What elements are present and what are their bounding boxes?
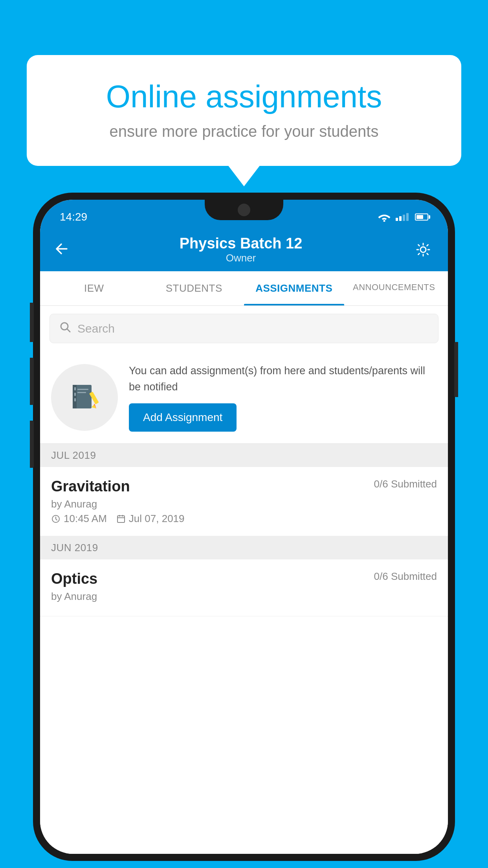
phone-vol-down-button — [30, 421, 34, 468]
month-label-jun: JUN 2019 — [51, 542, 437, 554]
svg-point-1 — [420, 247, 426, 252]
search-icon — [59, 321, 71, 336]
phone-frame: 14:29 — [33, 193, 455, 861]
signal-icon — [396, 213, 409, 221]
speech-bubble-card: Online assignments ensure more practice … — [27, 55, 461, 166]
assignment-submitted-gravitation: 0/6 Submitted — [374, 478, 437, 490]
notebook-icon — [69, 382, 100, 413]
front-camera — [238, 204, 250, 216]
battery-icon — [415, 213, 428, 221]
assignment-title-gravitation: Gravitation — [51, 478, 130, 495]
phone-screen: 14:29 — [40, 200, 448, 854]
tab-iew[interactable]: IEW — [44, 271, 144, 305]
svg-rect-5 — [74, 387, 76, 390]
assignment-submitted-optics: 0/6 Submitted — [374, 570, 437, 583]
wifi-icon — [378, 212, 391, 222]
phone-vol-up-button — [30, 358, 34, 405]
assignment-top-row-optics: Optics 0/6 Submitted — [51, 570, 437, 587]
tab-students[interactable]: STUDENTS — [144, 271, 244, 305]
phone-vol-mute-button — [30, 303, 34, 342]
header-subtitle: Owner — [180, 252, 303, 264]
month-section-jun: JUN 2019 — [40, 536, 448, 559]
screen-content: Search — [40, 306, 448, 854]
assignment-time-gravitation: 10:45 AM — [51, 513, 107, 525]
assignment-time-row-gravitation: 10:45 AM Jul 07, 2019 — [51, 513, 437, 525]
bubble-title: Online assignments — [54, 79, 434, 115]
promo-description: You can add assignment(s) from here and … — [129, 363, 437, 395]
search-bar[interactable]: Search — [50, 314, 438, 343]
tabs-bar: IEW STUDENTS ASSIGNMENTS ANNOUNCEMENTS — [40, 271, 448, 306]
clock-icon — [51, 514, 61, 524]
status-icons — [378, 212, 428, 222]
add-assignment-button[interactable]: Add Assignment — [129, 403, 237, 432]
month-section-jul: JUL 2019 — [40, 444, 448, 467]
app-header: Physics Batch 12 Owner — [40, 228, 448, 271]
promo-icon-circle — [51, 364, 118, 431]
promo-section: You can add assignment(s) from here and … — [40, 351, 448, 444]
assignment-row-gravitation[interactable]: Gravitation 0/6 Submitted by Anurag 10:4… — [40, 467, 448, 536]
settings-button[interactable] — [414, 241, 432, 259]
assignment-date-gravitation: Jul 07, 2019 — [116, 513, 185, 525]
speech-bubble: Online assignments ensure more practice … — [27, 55, 461, 166]
assignment-by-optics: by Anurag — [51, 590, 437, 603]
assignment-top-row: Gravitation 0/6 Submitted — [51, 478, 437, 495]
assignment-row-optics[interactable]: Optics 0/6 Submitted by Anurag — [40, 559, 448, 616]
month-label-jul: JUL 2019 — [51, 449, 437, 462]
header-center: Physics Batch 12 Owner — [180, 235, 303, 264]
tab-assignments[interactable]: ASSIGNMENTS — [244, 271, 344, 305]
search-bar-container: Search — [40, 306, 448, 351]
calendar-icon — [116, 514, 126, 524]
phone-outer: 14:29 — [33, 193, 455, 861]
back-button[interactable] — [56, 241, 68, 258]
svg-rect-8 — [77, 389, 88, 390]
header-title: Physics Batch 12 — [180, 235, 303, 252]
assignment-title-optics: Optics — [51, 570, 97, 587]
promo-text-section: You can add assignment(s) from here and … — [129, 363, 437, 432]
phone-notch — [205, 200, 283, 220]
svg-rect-6 — [74, 393, 76, 396]
bubble-subtitle: ensure more practice for your students — [54, 123, 434, 140]
svg-rect-7 — [74, 398, 76, 401]
phone-power-button — [454, 342, 458, 397]
tab-announcements[interactable]: ANNOUNCEMENTS — [344, 271, 444, 305]
svg-point-0 — [383, 220, 385, 222]
status-time: 14:29 — [60, 211, 87, 223]
svg-rect-9 — [77, 392, 86, 393]
search-input[interactable]: Search — [77, 322, 115, 335]
svg-rect-14 — [117, 516, 125, 522]
assignment-by-gravitation: by Anurag — [51, 498, 437, 510]
